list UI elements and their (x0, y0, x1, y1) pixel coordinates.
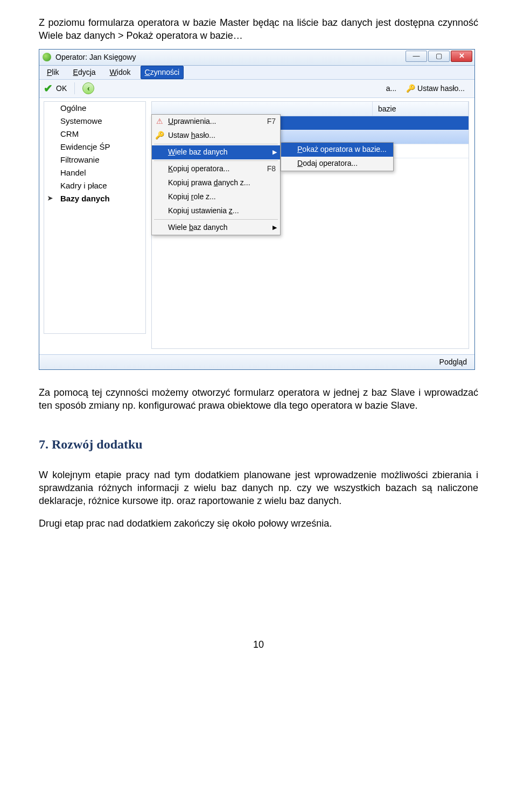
sidebar-item-ewidencje[interactable]: Ewidencje ŚP (44, 141, 145, 153)
col-bazie: bazie (373, 102, 469, 116)
sidebar-item-handel[interactable]: Handel (44, 166, 145, 179)
status-text: Podgląd (439, 357, 467, 367)
window-title: Operator: Jan Księgowy (55, 52, 136, 62)
submenu-pokaz-operatora[interactable]: Pokaż operatora w bazie... (281, 143, 393, 157)
menu-czynnosci[interactable]: Czynności (141, 66, 184, 79)
main-pane: Ogólne Systemowe CRM Ewidencje ŚP Filtro… (39, 98, 474, 369)
titlebar: Operator: Jan Księgowy — ▢ ✕ (39, 50, 474, 66)
shortcut: F7 (267, 116, 276, 127)
menu-kopiuj-prawa[interactable]: Kopiuj prawa danych z... (152, 176, 280, 190)
arrow-right-icon: ▶ (273, 223, 277, 232)
menu-plik[interactable]: Plik (43, 66, 64, 79)
wiele-baz-submenu: Pokaż operatora w bazie... Dodaj operato… (281, 142, 394, 171)
toolbar-truncated-text: a... (386, 83, 396, 94)
paragraph-1: Z poziomu formularza operatora w bazie M… (39, 16, 478, 43)
warning-icon: ⚠ (155, 116, 164, 127)
app-icon (43, 53, 51, 61)
paragraph-4: Drugi etap prac nad dodatkiem zakończy s… (39, 517, 478, 530)
menu-kopiuj-operatora[interactable]: Kopiuj operatora... F8 (152, 162, 280, 176)
toolbar-ustaw-haslo[interactable]: 🔑 Ustaw hasło... (406, 83, 465, 94)
menu-uprawnienia[interactable]: ⚠ Uprawnienia... F7 (152, 115, 280, 129)
minimize-button[interactable]: — (406, 51, 427, 62)
ok-button[interactable]: ✔ OK (44, 81, 67, 96)
menu-wiele-baz-danych[interactable]: Wiele baz danych ▶ (152, 145, 280, 159)
menu-wiele-baz-danych-2[interactable]: Wiele baz danych ▶ (152, 221, 280, 235)
back-button[interactable]: ‹ (82, 82, 94, 94)
sidebar: Ogólne Systemowe CRM Ewidencje ŚP Filtro… (44, 101, 146, 334)
heading-7: 7. Rozwój dodatku (39, 436, 478, 453)
shortcut: F8 (267, 164, 276, 174)
menu-ustaw-haslo[interactable]: 🔑 Ustaw hasło... (152, 129, 280, 143)
operator-window: Operator: Jan Księgowy — ▢ ✕ Plik Edycja… (39, 49, 475, 370)
toolbar: ✔ OK ‹ a... 🔑 Ustaw hasło... (39, 80, 474, 98)
key-icon: 🔑 (155, 130, 164, 141)
key-icon: 🔑 (406, 84, 415, 93)
close-button[interactable]: ✕ (451, 51, 472, 62)
paragraph-2: Za pomocą tej czynności możemy otworzyć … (39, 386, 478, 412)
statusbar: Podgląd (39, 354, 474, 369)
menubar: Plik Edycja Widok Czynności (39, 66, 474, 80)
paragraph-3: W kolejnym etapie pracy nad tym dodatkie… (39, 468, 478, 508)
menu-kopiuj-role[interactable]: Kopiuj role z... (152, 190, 280, 204)
ok-label: OK (56, 83, 67, 94)
page-number: 10 (39, 638, 478, 651)
sidebar-item-bazy-danych[interactable]: Bazy danych (44, 192, 145, 205)
arrow-right-icon: ▶ (273, 148, 277, 156)
menu-edycja[interactable]: Edycja (69, 66, 100, 79)
menu-widok[interactable]: Widok (106, 66, 135, 79)
sidebar-item-ogolne[interactable]: Ogólne (44, 102, 145, 115)
sidebar-item-filtrowanie[interactable]: Filtrowanie (44, 153, 145, 166)
menu-kopiuj-ustawienia[interactable]: Kopiuj ustawienia z... (152, 204, 280, 218)
sidebar-item-systemowe[interactable]: Systemowe (44, 115, 145, 128)
sidebar-item-crm[interactable]: CRM (44, 128, 145, 141)
check-icon: ✔ (44, 81, 53, 96)
sidebar-item-kadry[interactable]: Kadry i płace (44, 179, 145, 192)
submenu-dodaj-operatora[interactable]: Dodaj operatora... (281, 157, 393, 171)
maximize-button[interactable]: ▢ (428, 51, 450, 62)
czynnosci-dropdown: ⚠ Uprawnienia... F7 🔑 Ustaw hasło... Wie… (151, 114, 281, 235)
